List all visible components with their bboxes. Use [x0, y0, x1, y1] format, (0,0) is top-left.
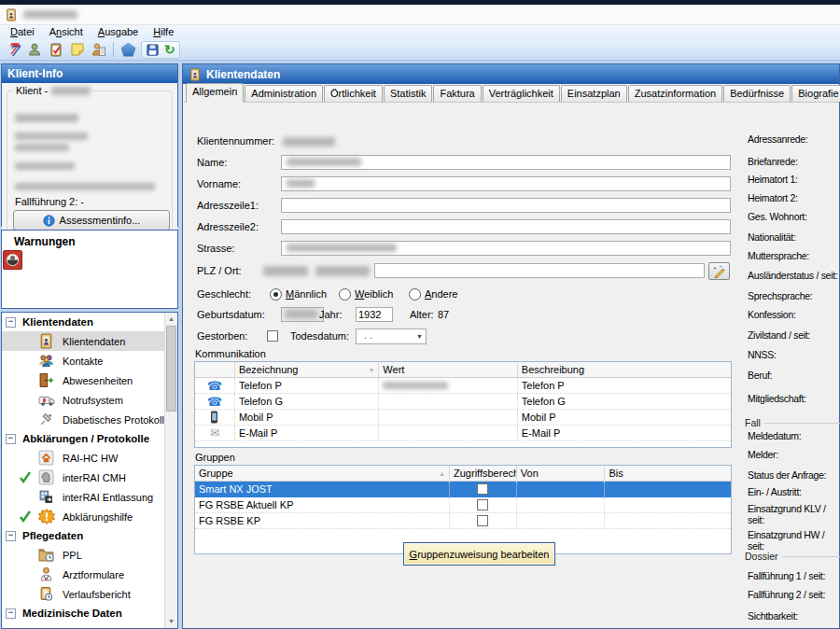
- gruppe-column-header[interactable]: Gruppe▲: [195, 466, 450, 481]
- tree-item-notrufsystem[interactable]: Notrufsystem: [2, 390, 165, 410]
- sichtbarkeit-label: Sichtbarkeit:: [748, 611, 840, 622]
- gruppen-header-row: Gruppe▲ Zugriffsberecht... Von Bis: [195, 466, 731, 482]
- sort-asc-icon[interactable]: ▲: [439, 470, 445, 477]
- beschreibung-column-header[interactable]: Beschreibung: [518, 362, 731, 377]
- radio-andere[interactable]: [409, 288, 421, 302]
- tree-item-label: interRAI Entlassung: [63, 492, 153, 503]
- tab-beduerfnisse[interactable]: Bedürfnisse: [723, 85, 791, 102]
- zivilstand-label: Zivilstand / seit:: [748, 330, 840, 342]
- vorname-input[interactable]: [281, 176, 731, 191]
- menu-hilfe[interactable]: Hilfe: [146, 25, 181, 39]
- collapse-icon[interactable]: −: [6, 531, 16, 541]
- tree-item-kontakte[interactable]: Kontakte: [2, 351, 165, 370]
- menu-ansicht[interactable]: Ansicht: [42, 25, 91, 39]
- assessmentinfo-button[interactable]: Assessmentinfo...: [13, 210, 170, 231]
- redacted-window-title: [23, 10, 77, 19]
- zugriff-checkbox[interactable]: [477, 515, 488, 526]
- zugriff-column-header[interactable]: Zugriffsberecht...: [450, 466, 517, 481]
- jahr-input[interactable]: 1932: [356, 307, 393, 322]
- redacted-geburtsdatum: [286, 310, 317, 318]
- redacted-plz: [263, 266, 308, 276]
- wert-column-header[interactable]: Wert: [379, 362, 517, 377]
- pentagon-icon[interactable]: [119, 41, 137, 59]
- tree-item-interrai-entlassung[interactable]: interRAI Entlassung: [2, 487, 165, 507]
- tree-item-rai-hc-hw[interactable]: RAI-HC HW: [2, 448, 165, 468]
- page-title: Klientendaten: [206, 68, 280, 81]
- tree-item-verlaufsbericht[interactable]: Verlaufsbericht: [2, 584, 165, 604]
- von-column-header[interactable]: Von: [517, 466, 606, 481]
- tab-statistik[interactable]: Statistik: [384, 85, 433, 102]
- gestorben-checkbox[interactable]: [267, 330, 278, 342]
- edit-plz-button[interactable]: ✦✦: [708, 262, 730, 280]
- tree-item-label: Klientendaten: [63, 336, 125, 347]
- table-row[interactable]: FG RSBE KP: [195, 513, 731, 529]
- warnungen-title: Warnungen: [14, 235, 76, 248]
- logo-7-icon[interactable]: 7: [4, 41, 21, 59]
- name-input[interactable]: [281, 155, 731, 170]
- menu-ausgabe[interactable]: Ausgabe: [91, 25, 146, 39]
- tasks-clipboard-icon[interactable]: [47, 41, 64, 59]
- zugriff-checkbox[interactable]: [477, 499, 488, 510]
- radio-maennlich[interactable]: [270, 288, 282, 302]
- tree-item-arztformulare[interactable]: Arztformulare: [2, 565, 165, 584]
- tree-item-diabetisches-protokoll[interactable]: Diabetisches Protokoll: [2, 410, 165, 429]
- tree-item-klientendaten[interactable]: Klientendaten: [2, 331, 165, 351]
- tree-group-abklaerungen[interactable]: − Abklärungen / Protokolle: [2, 429, 165, 448]
- ein-austritt-label: Ein- / Austritt:: [748, 487, 840, 498]
- todesdatum-combo[interactable]: . . ▼: [356, 328, 427, 344]
- tab-biografie[interactable]: Biografie: [791, 85, 840, 102]
- scrollbar-thumb[interactable]: [166, 326, 176, 412]
- tree-group-label: Medizinische Daten: [22, 608, 122, 619]
- tree-item-abwesenheiten[interactable]: Abwesenheiten: [2, 370, 165, 390]
- tree-item-abklaerungshilfe[interactable]: Abklärungshilfe: [2, 507, 165, 526]
- tab-administration[interactable]: Administration: [245, 85, 323, 102]
- tab-vertraeglichkeit[interactable]: Verträglichkeit: [483, 85, 560, 102]
- tree-item-ppl[interactable]: PPL: [2, 545, 165, 565]
- scroll-up-icon[interactable]: ▲: [165, 313, 177, 326]
- strasse-input[interactable]: [281, 241, 731, 256]
- menu-datei[interactable]: Datei: [3, 25, 42, 39]
- bis-column-header[interactable]: Bis: [605, 466, 731, 481]
- refresh-icon[interactable]: ↻: [164, 43, 175, 56]
- report-person-document-icon[interactable]: [90, 41, 107, 59]
- tree-scrollbar[interactable]: ▲ ▼: [164, 313, 177, 628]
- kommunikation-table: Bezeichnung▼ Wert Beschreibung ☎ Telefon…: [194, 361, 732, 448]
- tab-faktura[interactable]: Faktura: [433, 85, 481, 102]
- tab-einsatzplan[interactable]: Einsatzplan: [561, 85, 627, 102]
- tree-group-medizinische-daten[interactable]: − Medizinische Daten: [2, 604, 165, 622]
- geburtsdatum-input[interactable]: [281, 307, 324, 322]
- collapse-icon[interactable]: −: [6, 608, 16, 619]
- adresszeile2-input[interactable]: [281, 219, 731, 234]
- table-row[interactable]: Mobil P Mobil P: [195, 410, 731, 426]
- radio-weiblich[interactable]: [339, 288, 351, 302]
- tab-oertlichkeit[interactable]: Örtlichkeit: [324, 85, 383, 102]
- tab-zusatzinformation[interactable]: Zusatzinformation: [628, 85, 722, 102]
- tree-group-pflegedaten[interactable]: − Pflegedaten: [2, 526, 165, 545]
- scroll-down-icon[interactable]: ▼: [165, 615, 177, 628]
- note-icon[interactable]: [68, 41, 86, 59]
- redacted-address-line1: [15, 133, 88, 140]
- collapse-icon[interactable]: −: [6, 434, 16, 444]
- gruppenzuweisung-bearbeiten-button[interactable]: Gruppenzuweisung bearbeiten: [403, 542, 555, 566]
- filter-arrow-icon[interactable]: ▼: [368, 367, 374, 373]
- bezeichnung-column-header[interactable]: Bezeichnung▼: [235, 362, 379, 377]
- tree-group-klientendaten[interactable]: − Klientendaten: [2, 313, 165, 331]
- table-row[interactable]: ☎ Telefon P Telefon P: [195, 378, 731, 394]
- collapse-icon[interactable]: −: [6, 317, 16, 328]
- zugriff-checkbox[interactable]: [477, 483, 488, 495]
- save-icon[interactable]: [146, 43, 160, 57]
- table-row[interactable]: ✉ E-Mail P E-Mail P: [195, 426, 731, 441]
- ort-zusatz-input[interactable]: [374, 263, 705, 278]
- client-person-icon[interactable]: [25, 41, 43, 59]
- table-row[interactable]: ☎ Telefon G Telefon G: [195, 394, 731, 410]
- house-icon: [37, 450, 55, 467]
- warning-icon[interactable]: [3, 250, 22, 272]
- tree-group-label: Pflegedaten: [22, 530, 83, 541]
- adresszeile1-input[interactable]: [281, 198, 731, 213]
- icon-column-header[interactable]: [195, 362, 235, 377]
- table-row[interactable]: FG RSBE Aktuell KP: [195, 497, 731, 513]
- tree-item-interrai-cmh[interactable]: interRAI CMH: [2, 468, 165, 487]
- tab-allgemein[interactable]: Allgemein: [186, 83, 244, 103]
- meldedatum-label: Meldedatum:: [748, 431, 840, 442]
- table-row-selected[interactable]: Smart NX JOST: [195, 482, 731, 497]
